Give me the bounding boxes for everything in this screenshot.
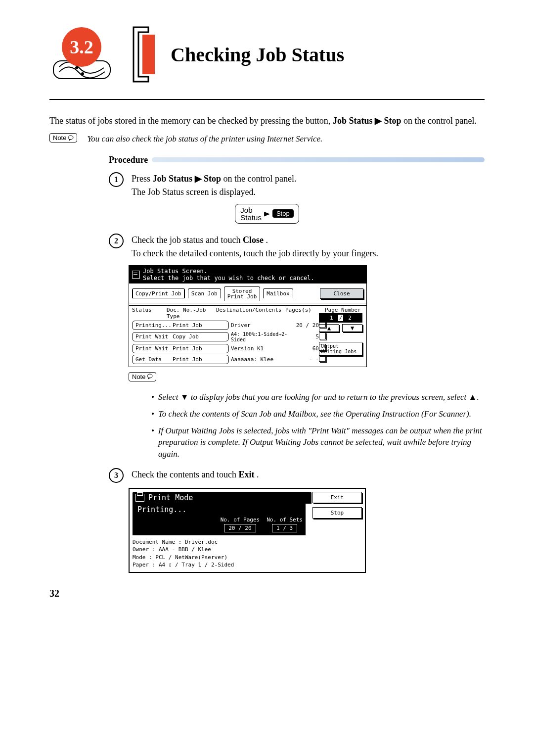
tab-stored[interactable]: Stored Print Job bbox=[224, 286, 261, 301]
job-row[interactable]: Print Wait Copy Job A4: 100%:1-Sided→2-S… bbox=[132, 331, 320, 342]
r-type: Print Job bbox=[173, 345, 225, 352]
intro-post: on the control panel. bbox=[403, 116, 477, 126]
step3-pre: Check the contents and touch bbox=[132, 470, 238, 479]
right-column: 1 / 2 ▲ ▼ Output Waiting Jobs bbox=[319, 313, 362, 356]
note-row: Note You can also check the job status o… bbox=[49, 133, 485, 145]
exit-button[interactable]: Exit bbox=[312, 492, 362, 503]
bullet-3: If Output Waiting Jobs is selected, jobs… bbox=[158, 425, 485, 460]
job-status-screen: Job Status Screen. Select the job that y… bbox=[129, 265, 367, 367]
step3-strong: Exit bbox=[238, 470, 254, 479]
page-cur: 1 bbox=[330, 315, 333, 321]
close-button[interactable]: Close bbox=[320, 288, 363, 299]
tab-scan[interactable]: Scan Job bbox=[188, 288, 221, 298]
step-number-2: 2 bbox=[109, 234, 124, 248]
jbtn-l1: Job bbox=[240, 206, 262, 214]
job-row[interactable]: Print Wait Print Job Version K1 60 bbox=[132, 344, 320, 353]
step-3: 3 Check the contents and touch Exit . bbox=[109, 468, 485, 483]
speech-icon bbox=[147, 374, 153, 379]
screen-header: Job Status Screen. Select the job that y… bbox=[129, 266, 366, 284]
divider bbox=[49, 99, 485, 100]
page-indicator: 1 / 2 bbox=[319, 313, 362, 323]
r-pages: 20 / 20 bbox=[293, 322, 320, 329]
step-2: 2 Check the job status and touch Close .… bbox=[109, 234, 485, 260]
svg-point-5 bbox=[147, 374, 152, 378]
jobstatus-button: Job Status ▶ Stop bbox=[235, 204, 299, 224]
tab-stored-l2: Print Job bbox=[227, 294, 257, 299]
svg-point-4 bbox=[68, 136, 73, 140]
stop-button[interactable]: Stop bbox=[312, 507, 362, 519]
r-type: Print Job bbox=[173, 356, 225, 363]
section-number-circle: 3.2 bbox=[62, 27, 101, 67]
tab-mailbox[interactable]: Mailbox bbox=[263, 288, 293, 298]
speech-icon bbox=[68, 135, 74, 141]
intro-paragraph: The status of jobs stored in the memory … bbox=[49, 115, 485, 127]
r-status: Print Wait bbox=[135, 345, 173, 352]
ow-l1: Output bbox=[321, 343, 360, 349]
intro-pre: The status of jobs stored in the memory … bbox=[49, 116, 333, 126]
jobstatus-button-graphic: Job Status ▶ Stop bbox=[49, 204, 485, 224]
procedure-label: Procedure bbox=[109, 155, 148, 165]
page-number: 32 bbox=[49, 588, 485, 599]
bullet-1: Select ▼ to display jobs that you are lo… bbox=[158, 391, 479, 403]
r-status: Print Wait bbox=[135, 333, 173, 340]
r-dest: Driver bbox=[229, 322, 293, 329]
tab-copyprint[interactable]: Copy/Print Job bbox=[132, 288, 185, 298]
note-badge: Note bbox=[129, 372, 156, 381]
screen-title: Job Status Screen. bbox=[143, 268, 314, 275]
page-down-button[interactable]: ▼ bbox=[342, 324, 362, 332]
step2-line2: To check the detailed contents, touch th… bbox=[132, 247, 378, 260]
output-waiting-button[interactable]: Output Waiting Jobs bbox=[319, 342, 362, 356]
pages-val: 20 / 20 bbox=[224, 524, 256, 532]
step3-post: . bbox=[257, 470, 259, 479]
job-row[interactable]: Get Data Print Job Aaaaaaa: Klee - - bbox=[132, 355, 320, 364]
bullet-2: To check the contents of Scan Job and Ma… bbox=[158, 408, 471, 420]
pm-title: Print Mode bbox=[148, 493, 193, 502]
list-icon bbox=[132, 271, 140, 279]
hdr-doc: Doc. No.-Job Type bbox=[167, 307, 216, 320]
r-pages: 5 bbox=[293, 333, 320, 340]
step2-post: . bbox=[266, 235, 268, 245]
screen-tabs: Copy/Print Job Scan Job Stored Print Job… bbox=[129, 284, 366, 303]
pm-title-row: Print Mode bbox=[133, 492, 312, 504]
bracket-decoration bbox=[129, 25, 163, 84]
hdr-dest: Destination/Contents bbox=[216, 307, 285, 320]
printer-icon bbox=[135, 494, 144, 502]
page-up-button[interactable]: ▲ bbox=[319, 324, 339, 332]
r-status: Get Data bbox=[135, 356, 173, 363]
step-number-1: 1 bbox=[109, 172, 124, 187]
pm-status: Printing... bbox=[133, 504, 306, 516]
procedure-bar bbox=[152, 157, 485, 162]
page-tot: 2 bbox=[348, 315, 352, 321]
jbtn-l2: Status bbox=[240, 214, 262, 221]
pm-counts: No. of Pages 20 / 20 No. of Sets 1 / 3 bbox=[133, 516, 306, 535]
intro-keyword: Job Status ▶ Stop bbox=[333, 116, 401, 126]
r-pages: - - bbox=[293, 356, 320, 363]
note-badge: Note bbox=[49, 133, 77, 142]
print-mode-panel: Print Mode Printing... No. of Pages 20 /… bbox=[129, 488, 366, 573]
page-title: Checking Job Status bbox=[171, 43, 344, 66]
job-area: Status Doc. No.-Job Type Destination/Con… bbox=[129, 303, 366, 367]
procedure-heading: Procedure bbox=[109, 155, 485, 165]
section-badge: 3.2 bbox=[49, 27, 129, 82]
section-number: 3.2 bbox=[70, 36, 93, 58]
step2-notes: Select ▼ to display jobs that you are lo… bbox=[151, 391, 485, 460]
hdr-status: Status bbox=[132, 307, 167, 320]
step1-strong: Job Status ▶ Stop bbox=[153, 174, 222, 184]
r-type: Copy Job bbox=[173, 333, 225, 340]
stop-chip: Stop bbox=[272, 209, 294, 218]
note-label: Note bbox=[132, 373, 145, 380]
r-status: Printing... bbox=[135, 322, 173, 329]
pm-d2: Owner : AAA - BBB / Klee bbox=[133, 546, 362, 553]
note-label: Note bbox=[53, 134, 66, 142]
play-icon: ▶ bbox=[264, 210, 270, 217]
sets-label: No. of Sets bbox=[267, 517, 303, 523]
step2-strong: Close bbox=[243, 235, 264, 245]
section-header: 3.2 Checking Job Status bbox=[49, 25, 485, 84]
step1-pre: Press bbox=[132, 174, 153, 184]
job-row[interactable]: Printing... Print Job Driver 20 / 20 bbox=[132, 321, 320, 330]
svg-rect-3 bbox=[142, 35, 155, 74]
pm-d1: Document Name : Driver.doc bbox=[133, 538, 362, 546]
step-1: 1 Press Job Status ▶ Stop on the control… bbox=[109, 172, 485, 199]
sets-val: 1 / 3 bbox=[272, 524, 297, 532]
note-text: You can also check the job status of the… bbox=[87, 133, 322, 145]
